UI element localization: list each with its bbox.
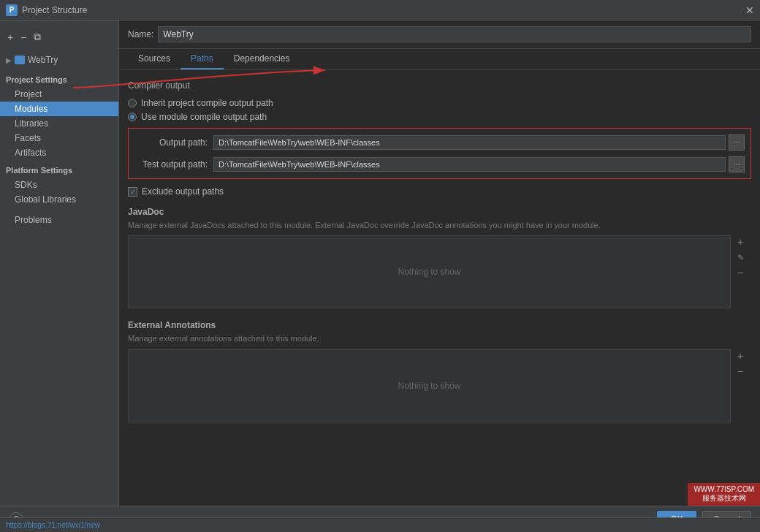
close-button[interactable]: ✕ <box>745 4 754 16</box>
sidebar-item-modules[interactable]: Modules <box>0 102 118 116</box>
name-row: Name: <box>119 20 760 49</box>
sidebar-item-sdks[interactable]: SDKs <box>0 178 118 192</box>
compiler-output-title: Compiler output <box>128 80 751 91</box>
tab-dependencies[interactable]: Dependencies <box>224 49 300 69</box>
platform-settings-header: Platform Settings <box>0 160 118 178</box>
javadoc-side-buttons: + ✎ − <box>734 235 747 279</box>
sidebar-item-libraries[interactable]: Libraries <box>0 116 118 131</box>
remove-button[interactable]: − <box>19 30 28 45</box>
test-output-path-row: Test output path: ⋯ <box>134 156 745 172</box>
main-layout: + − ⧉ ▶ WebTry Project Settings Project … <box>0 20 760 506</box>
external-annotations-section: External Annotations Manage external ann… <box>128 320 751 422</box>
javadoc-description: Manage external JavaDocs attached to thi… <box>128 220 751 231</box>
radio-use-module[interactable]: Use module compile output path <box>128 112 751 122</box>
output-path-row: Output path: ⋯ <box>134 134 745 151</box>
radio-use-module-btn[interactable] <box>128 113 137 121</box>
external-annotations-list: Nothing to show <box>128 349 731 422</box>
exclude-checkbox-label: Exclude output paths <box>142 186 224 197</box>
test-output-path-label: Test output path: <box>134 159 208 170</box>
output-path-label: Output path: <box>134 137 208 148</box>
ext-remove-button[interactable]: − <box>734 365 747 378</box>
name-label: Name: <box>128 29 153 39</box>
output-browse-button[interactable]: ⋯ <box>729 134 745 151</box>
tab-sources[interactable]: Sources <box>128 49 180 69</box>
external-annotations-side-buttons: + − <box>734 349 747 378</box>
tree-item-label: WebTry <box>28 55 58 65</box>
javadoc-edit-button[interactable]: ✎ <box>734 251 747 264</box>
sidebar-toolbar: + − ⧉ <box>0 26 118 50</box>
sidebar-item-project[interactable]: Project <box>0 87 118 102</box>
content-panel: Compiler output Inherit project compile … <box>119 70 760 506</box>
external-annotations-empty-label: Nothing to show <box>398 381 460 391</box>
javadoc-remove-button[interactable]: − <box>734 266 747 279</box>
exclude-checkbox-row[interactable]: ✓ Exclude output paths <box>128 186 751 197</box>
test-output-path-input[interactable] <box>213 157 726 172</box>
javadoc-list-wrapper: Nothing to show + ✎ − <box>128 235 731 308</box>
tree-arrow: ▶ <box>6 56 12 64</box>
tabs-bar: Sources Paths Dependencies <box>119 49 760 70</box>
project-settings-header: Project Settings <box>0 69 118 87</box>
status-bar: https://blogs.71.net/wx/1/new <box>0 517 760 532</box>
javadoc-empty-label: Nothing to show <box>398 267 460 277</box>
test-browse-button[interactable]: ⋯ <box>729 156 745 172</box>
javadoc-list: Nothing to show <box>128 235 731 308</box>
sidebar-item-artifacts[interactable]: Artifacts <box>0 145 118 160</box>
javadoc-title: JavaDoc <box>128 207 751 217</box>
copy-button[interactable]: ⧉ <box>32 29 42 45</box>
status-url: https://blogs.71.net/wx/1/new <box>6 521 100 529</box>
name-input[interactable] <box>158 26 751 42</box>
exclude-checkbox[interactable]: ✓ <box>128 187 137 197</box>
sidebar-item-facets[interactable]: Facets <box>0 131 118 145</box>
external-annotations-list-wrapper: Nothing to show + − <box>128 349 731 422</box>
radio-inherit-btn[interactable] <box>128 99 137 107</box>
app-icon: P <box>6 4 18 16</box>
radio-inherit[interactable]: Inherit project compile output path <box>128 98 751 108</box>
content-area: Name: Sources Paths Dependencies Compile… <box>119 20 760 506</box>
external-annotations-description: Manage external annotations attached to … <box>128 333 751 344</box>
folder-icon <box>15 56 25 64</box>
add-button[interactable]: + <box>6 30 15 45</box>
ext-add-button[interactable]: + <box>734 349 747 362</box>
sidebar-item-global-libraries[interactable]: Global Libraries <box>0 192 118 207</box>
radio-inherit-label: Inherit project compile output path <box>141 98 273 108</box>
external-annotations-title: External Annotations <box>128 320 751 330</box>
sidebar-item-problems[interactable]: Problems <box>0 213 118 227</box>
sidebar: + − ⧉ ▶ WebTry Project Settings Project … <box>0 20 119 506</box>
radio-group: Inherit project compile output path Use … <box>128 98 751 122</box>
javadoc-section: JavaDoc Manage external JavaDocs attache… <box>128 207 751 308</box>
javadoc-add-button[interactable]: + <box>734 235 747 248</box>
radio-use-module-label: Use module compile output path <box>141 112 267 122</box>
watermark: WWW.77ISP.COM 服务器技术网 <box>688 483 760 506</box>
tab-paths[interactable]: Paths <box>180 49 224 69</box>
tree-item-webtry[interactable]: ▶ WebTry <box>0 53 118 66</box>
project-tree: ▶ WebTry <box>0 50 118 69</box>
title-bar: P Project Structure ✕ <box>0 0 760 20</box>
output-path-input[interactable] <box>213 135 726 150</box>
window-title: Project Structure <box>22 5 745 15</box>
paths-box: Output path: ⋯ Test output path: ⋯ <box>128 128 751 179</box>
